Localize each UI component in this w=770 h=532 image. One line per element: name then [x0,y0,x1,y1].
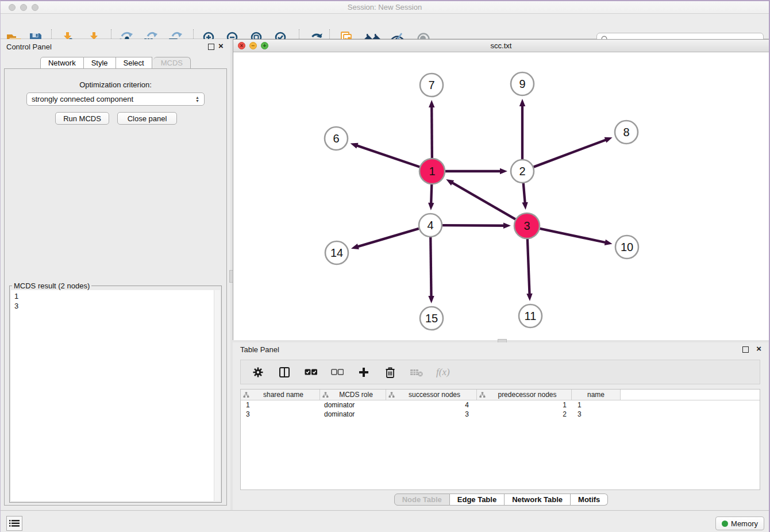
column-label: MCDS role [329,391,383,399]
network-graph[interactable]: 7968124314101511 [233,52,769,340]
optimization-criterion-value: strongly connected component [32,95,133,103]
optimization-criterion-label: Optimization criterion: [5,80,226,89]
svg-text:3: 3 [523,219,530,232]
run-mcds-label: Run MCDS [63,114,101,123]
optimization-criterion-select[interactable]: strongly connected component ▲▼ [26,92,205,106]
column-header-successor-nodes[interactable]: successor nodes [386,390,477,400]
svg-text:10: 10 [621,241,633,253]
plus-icon [358,367,369,378]
mcds-result-group: MCDS result (2 nodes) 1 3 [9,286,222,503]
graph-node-4[interactable]: 4 [419,214,442,237]
add-column-button[interactable] [357,365,371,379]
status-bar: Memory [1,510,769,532]
network-view-window: × − + scc.txt 7968124314101511 [233,39,769,340]
svg-text:14: 14 [330,246,343,259]
function-builder-button: f(x) [436,367,450,378]
graph-node-11[interactable]: 11 [519,304,542,327]
graph-node-7[interactable]: 7 [420,74,443,97]
gear-icon [252,367,264,378]
tab-node-table[interactable]: Node Table [394,494,450,506]
svg-text:6: 6 [333,132,339,145]
tab-style[interactable]: Style [84,57,116,69]
cell-mcds-role[interactable]: dominator [320,410,386,418]
svg-text:8: 8 [623,126,629,138]
checked-boxes-icon [305,369,317,376]
table-toolbar: f(x) [240,360,760,384]
graph-node-3[interactable]: 3 [514,213,540,238]
cell-shared-name[interactable]: 1 [241,401,320,409]
main-toolbar [1,14,769,39]
graph-node-14[interactable]: 14 [325,241,348,264]
column-header-predecessor-nodes[interactable]: predecessor nodes [477,390,572,400]
tab-select[interactable]: Select [116,57,152,69]
graph-node-8[interactable]: 8 [615,121,638,144]
cell-predecessor-nodes[interactable]: 2 [477,410,572,418]
cell-successor-nodes[interactable]: 3 [386,410,477,418]
titlebar: Session: New Session [1,1,769,14]
network-window-title: scc.txt [233,41,769,50]
trash-icon [385,367,395,378]
table-panel: Table Panel × [233,342,769,510]
tab-mcds[interactable]: MCDS [153,57,191,69]
svg-text:15: 15 [425,312,438,325]
cell-name[interactable]: 3 [572,410,621,418]
graph-node-6[interactable]: 6 [325,127,348,150]
task-history-button[interactable] [6,516,22,531]
memory-button[interactable]: Memory [715,516,764,530]
table-header-row: shared name MCDS role successor nodes [241,390,760,400]
result-scrollbar[interactable] [214,290,220,501]
mcds-result-text[interactable]: 1 3 [11,290,220,501]
mcds-panel: Optimization criterion: strongly connect… [4,68,227,506]
tab-edge-table[interactable]: Edge Table [450,494,505,506]
close-panel-button[interactable]: × [218,41,224,51]
svg-text:4: 4 [427,219,433,232]
network-canvas[interactable]: 7968124314101511 [233,52,769,340]
table-row[interactable]: 3 dominator 3 2 3 [241,410,760,419]
table-panel-title: Table Panel [240,345,279,354]
column-header-name[interactable]: name [572,390,621,400]
svg-text:2: 2 [519,165,525,178]
cell-shared-name[interactable]: 3 [241,410,320,418]
memory-label: Memory [731,519,758,528]
graph-node-9[interactable]: 9 [511,72,534,95]
svg-text:9: 9 [519,78,525,90]
close-panel-action-button[interactable]: Close panel [117,112,177,125]
tab-network[interactable]: Network [40,57,84,69]
cell-successor-nodes[interactable]: 4 [386,401,477,409]
cell-name[interactable]: 1 [572,401,621,409]
column-type-icon [388,392,395,398]
column-header-mcds-role[interactable]: MCDS role [320,390,386,400]
svg-text:11: 11 [525,310,537,322]
app-window: Session: New Session [0,0,770,532]
graph-node-15[interactable]: 15 [420,307,443,330]
table-row[interactable]: 1 dominator 4 1 1 [241,400,760,410]
delete-table-button [410,365,424,379]
close-table-panel-button[interactable]: × [756,344,761,353]
select-stepper-icon: ▲▼ [195,96,199,103]
table-settings-button[interactable] [251,365,265,379]
column-label: name [574,391,618,399]
float-table-panel-button[interactable] [742,346,749,353]
list-icon [9,519,20,527]
select-all-columns-button[interactable] [304,365,318,379]
cell-predecessor-nodes[interactable]: 1 [477,401,572,409]
graph-node-10[interactable]: 10 [615,236,638,259]
control-panel: Control Panel × Network Style Select MCD… [1,39,230,510]
column-header-shared-name[interactable]: shared name [241,390,320,400]
graph-node-2[interactable]: 2 [511,160,534,183]
unchecked-boxes-icon [331,369,344,376]
table-tabs: Node Table Edge Table Network Table Moti… [233,494,769,506]
unselect-all-columns-button[interactable] [330,365,344,379]
graph-node-1[interactable]: 1 [419,159,445,184]
split-table-view-button[interactable] [278,365,291,379]
float-panel-button[interactable] [208,44,214,50]
tab-motifs[interactable]: Motifs [571,494,608,506]
tab-network-table[interactable]: Network Table [505,494,571,506]
split-columns-icon [279,367,290,378]
memory-status-icon [722,521,728,527]
cell-mcds-role[interactable]: dominator [320,401,386,409]
window-title: Session: New Session [1,3,769,11]
delete-column-button[interactable] [383,365,397,379]
column-type-icon [479,392,486,398]
run-mcds-button[interactable]: Run MCDS [55,112,109,125]
